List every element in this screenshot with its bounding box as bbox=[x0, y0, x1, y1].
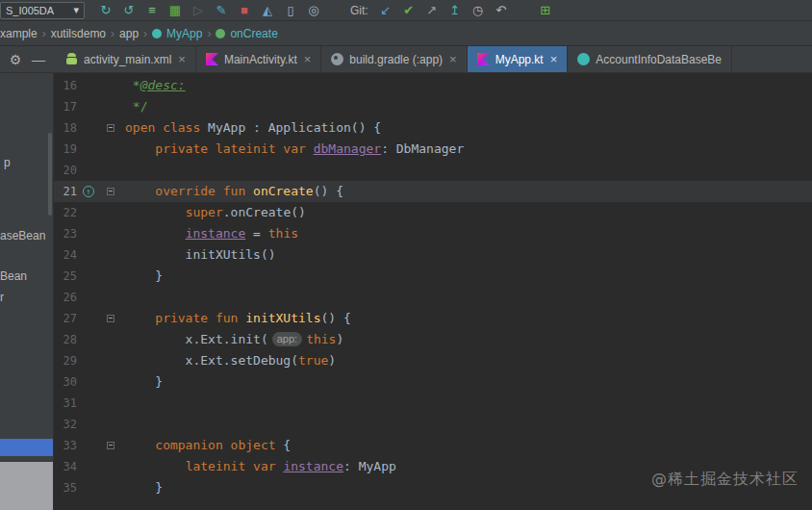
tree-selected-row[interactable] bbox=[0, 439, 53, 456]
tab-mainactivity-kt[interactable]: MainActivity.kt × bbox=[196, 46, 321, 72]
tab-build-gradle-app[interactable]: build.gradle (:app) × bbox=[321, 46, 467, 72]
run-disabled-icon[interactable]: ▷ bbox=[187, 0, 210, 20]
line-number[interactable]: 19 bbox=[54, 139, 77, 160]
code-line[interactable]: 21↑ override fun onCreate() { bbox=[54, 181, 812, 202]
close-tab-icon[interactable]: × bbox=[449, 53, 457, 65]
line-number[interactable]: 35 bbox=[54, 477, 77, 498]
breadcrumb-item-xutilsdemo[interactable]: xutilsdemo bbox=[51, 27, 106, 40]
code-line[interactable]: 24 initXUtils() bbox=[54, 244, 812, 266]
sync-settings-icon[interactable]: ⊞ bbox=[534, 0, 557, 20]
code-line[interactable]: 30 } bbox=[54, 371, 812, 393]
line-number[interactable]: 18 bbox=[54, 117, 77, 139]
panel-light-block bbox=[0, 462, 53, 510]
code-text: companion object { bbox=[125, 435, 291, 456]
close-tab-icon[interactable]: × bbox=[550, 53, 558, 65]
profiler-icon[interactable]: ◭ bbox=[256, 0, 279, 20]
line-number[interactable]: 24 bbox=[54, 244, 77, 266]
line-number[interactable]: 22 bbox=[54, 202, 77, 223]
line-number[interactable]: 28 bbox=[54, 329, 77, 350]
line-number[interactable]: 23 bbox=[54, 223, 77, 244]
close-tab-icon[interactable]: × bbox=[304, 53, 312, 65]
git-commit-icon[interactable]: ✔ bbox=[397, 0, 420, 20]
code-editor[interactable]: 16 *@desc:17 */18open class MyApp : Appl… bbox=[54, 73, 812, 510]
tab-activity-main-xml[interactable]: activity_main.xml × bbox=[56, 46, 196, 72]
tab-accountinfodatabase[interactable]: AccountInfoDataBaseBe bbox=[568, 46, 732, 72]
line-number[interactable]: 21 bbox=[54, 181, 77, 202]
fold-marker-icon[interactable] bbox=[107, 124, 114, 132]
git-shelve-icon[interactable]: ↥ bbox=[444, 0, 467, 20]
fold-marker-icon[interactable] bbox=[107, 442, 114, 449]
history-icon[interactable]: ◷ bbox=[467, 0, 490, 20]
code-area: 16 *@desc:17 */18open class MyApp : Appl… bbox=[54, 75, 812, 510]
plugin-icon[interactable]: ▦ bbox=[164, 0, 187, 20]
code-text: x.Ext.setDebug(true) bbox=[125, 350, 336, 371]
code-line[interactable]: 17 */ bbox=[54, 96, 812, 117]
line-number[interactable]: 31 bbox=[54, 393, 77, 414]
sync-project-icon[interactable]: ↻ bbox=[94, 0, 117, 20]
overriding-method-icon[interactable]: ↑ bbox=[83, 186, 94, 197]
editor-tab-bar: ⚙ — activity_main.xml × MainActivity.kt … bbox=[0, 46, 812, 73]
code-line[interactable]: 27 private fun initXUtils() { bbox=[54, 308, 812, 329]
code-line[interactable]: 32 bbox=[54, 414, 812, 435]
line-number[interactable]: 34 bbox=[54, 456, 77, 477]
layout-inspector-icon[interactable]: ◎ bbox=[302, 0, 325, 20]
code-line[interactable]: 33 companion object { bbox=[54, 435, 812, 456]
code-line[interactable]: 29 x.Ext.setDebug(true) bbox=[54, 350, 812, 371]
line-number[interactable]: 29 bbox=[54, 350, 77, 371]
code-line[interactable]: 19 private lateinit var dbManager: DbMan… bbox=[54, 139, 812, 160]
gear-icon[interactable]: ⚙ bbox=[4, 46, 27, 72]
tree-item-fragment[interactable]: aseBean bbox=[0, 227, 45, 244]
panel-scrollbar[interactable] bbox=[48, 133, 52, 216]
method-icon bbox=[216, 29, 225, 38]
code-line[interactable]: 16 *@desc: bbox=[54, 75, 812, 96]
toolbar-icon-group-git: ↙✔↗↥◷↶ bbox=[374, 0, 513, 20]
line-number[interactable]: 26 bbox=[54, 287, 77, 308]
tab-myapp-kt[interactable]: MyApp.kt × bbox=[468, 46, 569, 72]
code-line[interactable]: 20 bbox=[54, 160, 812, 181]
line-number[interactable]: 16 bbox=[54, 75, 77, 96]
toolbar-icon-group-tail: ⊞ bbox=[534, 0, 557, 20]
line-number[interactable]: 17 bbox=[54, 96, 77, 117]
tree-item-fragment[interactable]: r bbox=[0, 289, 4, 306]
device-selector-dropdown[interactable]: S_I005DA ▾ bbox=[0, 2, 85, 19]
code-text: */ bbox=[125, 96, 147, 117]
git-label: Git: bbox=[350, 4, 368, 17]
load-gradle-changes-icon[interactable]: ↺ bbox=[117, 0, 140, 20]
tree-item-fragment[interactable]: Bean bbox=[0, 268, 27, 285]
line-number[interactable]: 32 bbox=[54, 414, 77, 435]
line-number[interactable]: 33 bbox=[54, 435, 77, 456]
code-line[interactable]: 22 super.onCreate() bbox=[54, 202, 812, 223]
code-text: instance = this bbox=[125, 223, 298, 244]
breadcrumb-item-xample[interactable]: xample bbox=[0, 27, 38, 40]
code-line[interactable]: 18open class MyApp : Application() { bbox=[54, 117, 812, 139]
stop-icon[interactable]: ■ bbox=[233, 0, 256, 20]
line-number[interactable]: 27 bbox=[54, 308, 77, 329]
code-line[interactable]: 26 bbox=[54, 287, 812, 308]
code-line[interactable]: 25 } bbox=[54, 266, 812, 287]
close-tab-icon[interactable]: × bbox=[178, 53, 186, 65]
edit-configuration-icon[interactable]: ✎ bbox=[210, 0, 233, 20]
git-update-icon[interactable]: ↙ bbox=[374, 0, 397, 20]
changelist-icon[interactable]: ≡ bbox=[140, 0, 164, 20]
android-layout-icon bbox=[65, 53, 78, 65]
breadcrumb-item-app[interactable]: app bbox=[119, 27, 139, 40]
code-line[interactable]: 23 instance = this bbox=[54, 223, 812, 244]
code-text: private fun initXUtils() { bbox=[125, 308, 351, 329]
breadcrumb-item-oncreate[interactable]: onCreate bbox=[216, 27, 277, 40]
fold-marker-icon[interactable] bbox=[107, 188, 114, 195]
line-number[interactable]: 25 bbox=[54, 266, 77, 287]
line-number[interactable]: 20 bbox=[54, 160, 77, 181]
code-text: private lateinit var dbManager: DbManage… bbox=[125, 139, 464, 160]
rollback-icon[interactable]: ↶ bbox=[490, 0, 513, 20]
breadcrumb-item-myapp[interactable]: MyApp bbox=[152, 27, 202, 40]
toolbar-icon-group-left: ↻↺≡▦▷✎■◭▯◎ bbox=[94, 0, 325, 20]
class-icon bbox=[577, 53, 590, 65]
git-push-icon[interactable]: ↗ bbox=[420, 0, 444, 20]
line-number[interactable]: 30 bbox=[54, 371, 77, 393]
device-manager-icon[interactable]: ▯ bbox=[279, 0, 302, 20]
hide-panel-icon[interactable]: — bbox=[27, 46, 50, 72]
code-line[interactable]: 31 bbox=[54, 393, 812, 414]
code-line[interactable]: 28 x.Ext.init(app:this) bbox=[54, 329, 812, 350]
tree-item-fragment[interactable]: p bbox=[4, 154, 11, 171]
fold-marker-icon[interactable] bbox=[107, 315, 114, 322]
